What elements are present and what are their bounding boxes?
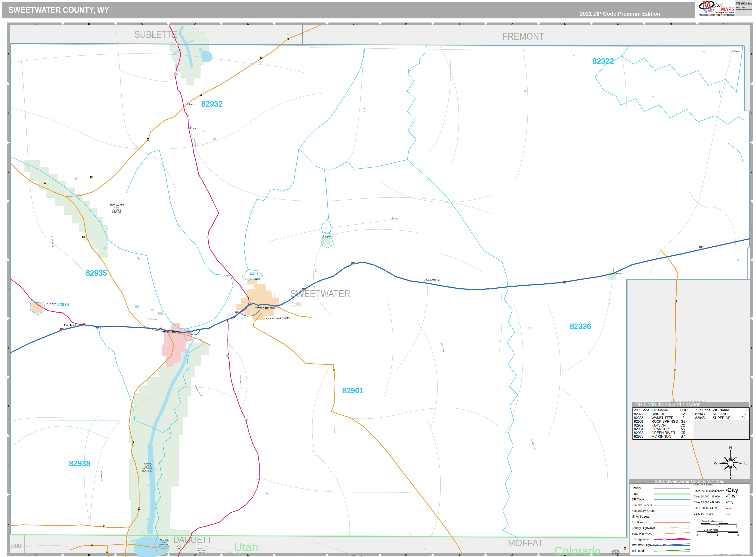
svg-text:NATIONAL: NATIONAL [142, 467, 153, 470]
svg-text:CR 8: CR 8 [524, 90, 526, 94]
svg-text:GORGE: GORGE [161, 541, 168, 543]
svg-text:B: B [88, 553, 90, 556]
svg-text:NATIONAL: NATIONAL [159, 543, 169, 546]
svg-text:2021 ZIP Code Premium Edition: 2021 ZIP Code Premium Edition [580, 11, 660, 17]
svg-text:9: 9 [8, 522, 9, 525]
svg-text:RELIANCE: RELIANCE [713, 412, 730, 416]
svg-text:2: 2 [8, 111, 9, 115]
svg-text:US Highways: US Highways [631, 537, 650, 541]
svg-text:Rock Springs: Rock Springs [257, 306, 275, 309]
svg-text:H: H [405, 553, 407, 556]
svg-text:4: 4 [751, 229, 752, 232]
svg-text:ZIP Code: ZIP Code [634, 408, 650, 412]
svg-text:GREEN RIVER: GREEN RIVER [652, 431, 675, 435]
svg-text:Granger: Granger [49, 302, 57, 305]
svg-text:Farson: Farson [189, 103, 196, 106]
svg-text:M: M [670, 22, 672, 25]
svg-text:0: 0 [701, 525, 702, 528]
svg-text:SWEETWATER COUNTY, WY: SWEETWATER COUNTY, WY [8, 5, 109, 14]
svg-text:5: 5 [719, 525, 720, 528]
svg-text:SUBLETTE: SUBLETTE [134, 29, 177, 40]
svg-text:E: E [247, 553, 249, 556]
svg-text:SUMMIT: SUMMIT [10, 543, 24, 549]
svg-text:82935: 82935 [634, 431, 643, 435]
svg-text:B7: B7 [681, 435, 685, 438]
svg-text:3: 3 [8, 170, 9, 173]
svg-text:8: 8 [751, 463, 752, 467]
svg-text:Cities 50,000 - 99,999: Cities 50,000 - 99,999 [693, 495, 720, 498]
svg-text:82336: 82336 [634, 416, 643, 420]
svg-text:4: 4 [717, 534, 718, 536]
svg-text:1: 1 [8, 53, 9, 56]
svg-text:3: 3 [751, 170, 752, 173]
svg-text:mapsales@MarketMAPS.com: mapsales@MarketMAPS.com [736, 8, 752, 10]
svg-text:82934: 82934 [634, 427, 643, 431]
svg-text:Superior: Superior [325, 235, 333, 238]
svg-text:L5: L5 [681, 416, 685, 420]
svg-text:America's Leading Source of B: America's Leading Source of Business Map… [699, 13, 734, 16]
svg-text:MC KINNON: MC KINNON [652, 435, 671, 438]
svg-text:City: City [727, 494, 736, 498]
svg-text:82322: 82322 [593, 57, 614, 65]
svg-text:A5: A5 [681, 427, 685, 431]
svg-text:FARSON: FARSON [652, 423, 666, 427]
svg-text:5: 5 [8, 288, 9, 291]
svg-text:MOFFAT: MOFFAT [508, 538, 543, 548]
svg-text:82938: 82938 [634, 435, 643, 438]
svg-text:LOC: LOC [742, 408, 749, 412]
svg-text:N: N [729, 446, 732, 450]
svg-text:BAIROIL: BAIROIL [652, 412, 665, 416]
svg-text:Point Of Rocks: Point Of Rocks [426, 279, 440, 282]
svg-text:W: W [714, 461, 717, 465]
svg-text:Novotny: Novotny [282, 317, 290, 319]
svg-text:82932: 82932 [201, 99, 223, 109]
svg-text:Green River: Green River [163, 330, 179, 333]
svg-text:Utah: Utah [234, 540, 258, 553]
svg-text:D2: D2 [681, 423, 685, 427]
svg-text:H: H [405, 22, 407, 25]
svg-text:SUPERIOR: SUPERIOR [713, 416, 731, 420]
svg-text:FLAMING: FLAMING [160, 539, 168, 541]
svg-text:CALL US TOLL FREE!: CALL US TOLL FREE! [736, 1, 751, 3]
svg-text:FOREST: FOREST [198, 551, 205, 553]
svg-text:Cities and Towns: Cities and Towns [693, 483, 713, 486]
svg-text:82943: 82943 [695, 412, 705, 416]
svg-text:FLAMING: FLAMING [143, 463, 153, 465]
svg-text:82935: 82935 [86, 269, 107, 277]
svg-text:I: I [459, 553, 460, 556]
svg-text:J: J [511, 22, 513, 25]
svg-text:N: N [722, 22, 724, 25]
svg-text:City: City [727, 507, 731, 509]
svg-text:K: K [564, 22, 566, 25]
svg-text:County Highways: County Highways [631, 526, 655, 530]
svg-text:GORGE: GORGE [144, 465, 152, 467]
svg-text:WILDLIFE: WILDLIFE [112, 209, 122, 211]
svg-text:CR 79: CR 79 [364, 107, 366, 112]
svg-text:9: 9 [751, 522, 752, 525]
svg-text:NAT'L: NAT'L [114, 207, 120, 209]
svg-text:REFUGE: REFUGE [112, 211, 121, 213]
svg-text:7: 7 [8, 405, 9, 408]
svg-text:7: 7 [751, 405, 752, 408]
svg-text:City: City [727, 513, 731, 515]
svg-text:City: City [727, 500, 733, 504]
svg-text:5: 5 [751, 288, 752, 291]
svg-text:Colorado: Colorado [554, 545, 601, 557]
svg-text:FREMONT: FREMONT [503, 31, 544, 42]
svg-text:2021 © Intelligent Direct, Inc: 2021 © Intelligent Direct, Inc., Middleb… [714, 554, 749, 555]
svg-text:I: I [459, 22, 460, 25]
svg-text:GRANGER: GRANGER [652, 427, 669, 431]
svg-text:1-888-434-MAPS (6277): 1-888-434-MAPS (6277) [736, 3, 752, 5]
svg-text:82336: 82336 [570, 322, 591, 331]
svg-text:SWEETWATER: SWEETWATER [290, 288, 350, 299]
svg-text:82322: 82322 [634, 412, 643, 416]
svg-text:82934: 82934 [57, 302, 69, 307]
svg-text:Minor Streets: Minor Streets [631, 515, 649, 518]
svg-text:D: D [194, 22, 196, 25]
svg-text:B: B [88, 22, 90, 25]
svg-text:CR 34: CR 34 [334, 428, 336, 433]
svg-text:ZIP Code: ZIP Code [631, 498, 644, 501]
svg-text:G: G [352, 22, 355, 25]
svg-text:C5: C5 [681, 431, 685, 435]
svg-text:NATIONAL: NATIONAL [197, 549, 206, 551]
